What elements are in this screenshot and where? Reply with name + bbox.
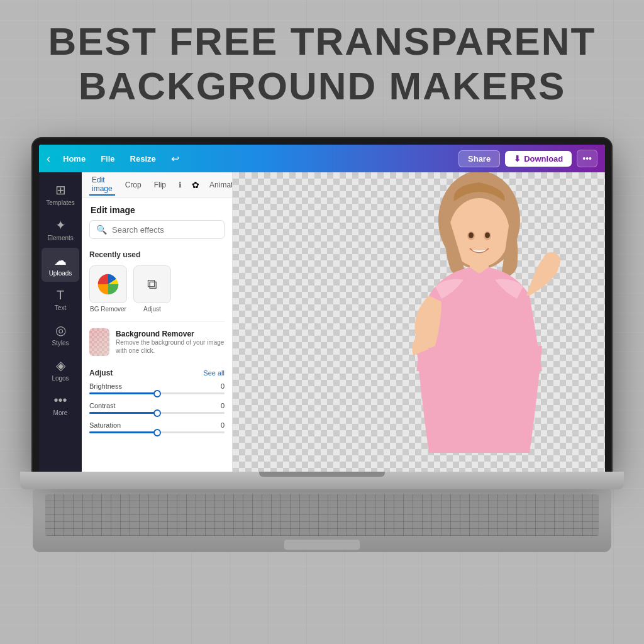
canvas-area [233,172,605,472]
bg-remover-title: Background Remover [116,330,225,338]
elements-label: Elements [47,235,74,242]
download-icon: ⬇ [514,154,521,164]
laptop-hinge [259,472,385,477]
sidebar-item-more[interactable]: ••• More [42,388,79,421]
sidebar-icons: ⊞ Templates ✦ Elements ☁ Uploads T Text [39,172,82,472]
laptop-wrapper: ‹ Home File Resize ↩ Share ⬇ Download ••… [31,138,613,631]
uploads-label: Uploads [49,270,72,277]
recently-used-title: Recently used [89,250,225,259]
svg-point-7 [469,233,474,238]
share-button[interactable]: Share [458,150,500,167]
panel-header: Edit image [82,197,232,220]
toolbar-animate[interactable]: Animate [207,179,233,191]
effect-card-bg-remover[interactable]: BG Remover [89,265,127,313]
pie-chart-icon [96,272,121,297]
edit-panel: Edit image Crop Flip ℹ ✿ Animate Positio… [82,172,233,472]
sidebar-item-elements[interactable]: ✦ Elements [42,213,79,247]
title-line2: BACKGROUND MAKERS [0,64,644,108]
svg-point-4 [543,252,560,270]
nav-home[interactable]: Home [58,152,91,166]
text-label: Text [55,304,66,311]
contrast-value: 0 [212,402,225,409]
saturation-label: Saturation [89,421,121,429]
adjust-section-header: Adjust See all [89,369,225,377]
sliders-icon: ⧉ [147,276,157,292]
search-input[interactable] [112,225,218,235]
templates-icon: ⊞ [55,182,66,197]
more-icon: ••• [53,393,67,408]
sidebar-item-text[interactable]: T Text [42,283,79,316]
screen-content: ‹ Home File Resize ↩ Share ⬇ Download ••… [39,145,605,472]
laptop-base [20,472,624,489]
animate-icon: ✿ [192,179,199,191]
text-icon: T [57,288,64,303]
brightness-slider-row: Brightness 0 [89,382,225,394]
adjust-section-title: Adjust [89,369,113,377]
download-button[interactable]: ⬇ Download [505,151,572,167]
saturation-value: 0 [212,421,225,429]
edit-toolbar: Edit image Crop Flip ℹ ✿ Animate Positio… [82,172,232,197]
sidebar-item-uploads[interactable]: ☁ Uploads [42,248,79,282]
sidebar-item-styles[interactable]: ◎ Styles [42,318,79,352]
effect-card-adjust[interactable]: ⧉ Adjust [133,265,171,313]
sidebar-item-templates[interactable]: ⊞ Templates [42,177,79,211]
brightness-value: 0 [212,382,225,390]
svg-point-8 [485,233,490,238]
toolbar-edit-image[interactable]: Edit image [89,174,115,196]
adjust-label: Adjust [143,306,161,313]
bg-remover-info: Background Remover Remove the background… [116,330,225,355]
laptop-keyboard [33,489,611,552]
main-content: ⊞ Templates ✦ Elements ☁ Uploads T Text [39,172,605,472]
undo-button[interactable]: ↩ [166,150,184,167]
see-all-button[interactable]: See all [203,369,225,377]
logos-label: Logos [52,375,69,382]
nav-file[interactable]: File [96,152,119,166]
search-icon: 🔍 [96,225,107,235]
title-line1: BEST FREE TRANSPARENT [0,19,644,64]
keyboard-keys [45,494,599,536]
brightness-label: Brightness [89,382,122,390]
elements-icon: ✦ [55,218,66,233]
bg-remover-description: Remove the background of your image with… [116,338,225,355]
laptop-screen: ‹ Home File Resize ↩ Share ⬇ Download ••… [33,138,611,472]
styles-icon: ◎ [55,323,66,338]
more-button[interactable]: ••• [577,150,597,167]
woman-figure [391,172,567,472]
panel-body: Recently used [82,245,232,472]
uploads-icon: ☁ [54,253,67,268]
saturation-track[interactable] [89,431,225,433]
more-label: More [53,409,68,416]
recently-used-row: BG Remover ⧉ Adjust [89,265,225,313]
brightness-track[interactable] [89,392,225,394]
logos-icon: ◈ [56,358,65,373]
bg-remover-preview [89,328,109,356]
sidebar-item-logos[interactable]: ◈ Logos [42,353,79,387]
main-title: BEST FREE TRANSPARENT BACKGROUND MAKERS [0,19,644,109]
contrast-track[interactable] [89,412,225,414]
templates-label: Templates [46,199,75,206]
search-box[interactable]: 🔍 [89,220,225,239]
bg-remover-label: BG Remover [90,306,126,313]
nav-resize[interactable]: Resize [125,152,161,166]
bg-remover-thumb [89,265,127,303]
saturation-slider-row: Saturation 0 [89,421,225,433]
trackpad [284,540,360,550]
toolbar-info[interactable]: ℹ [176,179,184,191]
styles-label: Styles [52,340,69,347]
toolbar-crop[interactable]: Crop [123,179,144,191]
adjust-thumb: ⧉ [133,265,171,303]
toolbar-flip[interactable]: Flip [152,179,169,191]
navbar: ‹ Home File Resize ↩ Share ⬇ Download ••… [39,145,605,172]
bg-remover-card[interactable]: Background Remover Remove the background… [89,321,225,362]
contrast-label: Contrast [89,402,116,409]
contrast-slider-row: Contrast 0 [89,402,225,414]
back-button[interactable]: ‹ [47,152,50,165]
